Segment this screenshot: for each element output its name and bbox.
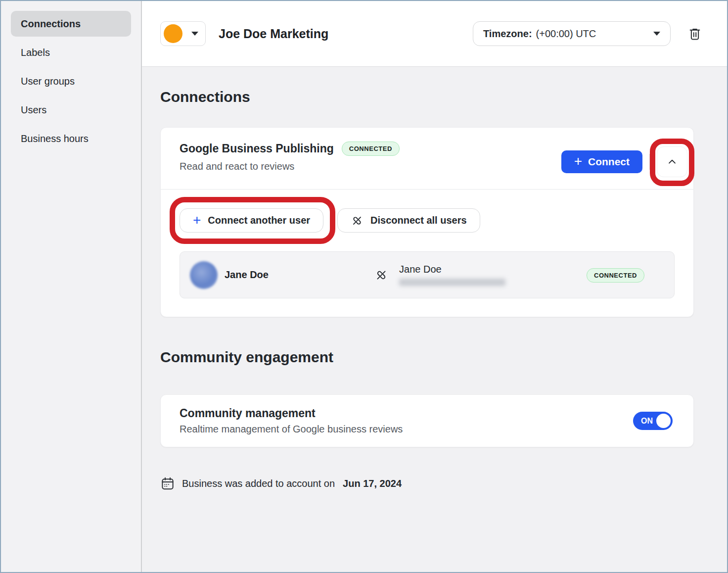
disconnect-all-users-button[interactable]: Disconnect all users <box>337 208 480 233</box>
timezone-value: (+00:00) UTC <box>536 28 596 40</box>
business-added-text: Business was added to account on <box>182 478 335 489</box>
caret-down-icon <box>191 32 198 36</box>
connect-another-user-label: Connect another user <box>208 215 310 226</box>
business-added-date: Jun 17, 2024 <box>343 478 402 489</box>
calendar-icon <box>160 476 175 491</box>
business-avatar <box>164 24 182 43</box>
connection-card-body: + Connect another user <box>161 189 693 317</box>
status-badge: CONNECTED <box>342 142 400 156</box>
chevron-up-icon <box>666 155 679 168</box>
connect-another-user-button[interactable]: + Connect another user <box>180 208 323 233</box>
broken-link-icon <box>351 214 364 227</box>
content-area: Connections Google Business Publishing C… <box>142 67 727 572</box>
user-name: Jane Doe <box>225 269 269 281</box>
caret-down-icon <box>653 32 660 36</box>
delete-business-button[interactable] <box>687 26 702 41</box>
connect-button-label: Connect <box>588 156 630 168</box>
sidebar-item-users[interactable]: Users <box>11 97 131 123</box>
collapse-card-button[interactable] <box>657 146 687 177</box>
community-card-title: Community management <box>180 407 403 420</box>
broken-link-icon[interactable] <box>374 268 388 282</box>
sidebar-item-label: User groups <box>21 76 75 87</box>
main-panel: Joe Doe Marketing Timezone: (+00:00) UTC… <box>142 1 727 572</box>
community-management-card: Community management Realtime management… <box>160 394 694 447</box>
timezone-select[interactable]: Timezone: (+00:00) UTC <box>473 21 671 46</box>
sidebar-item-user-groups[interactable]: User groups <box>11 68 131 94</box>
disconnect-all-users-label: Disconnect all users <box>370 215 467 226</box>
sidebar-item-label: Business hours <box>21 133 89 144</box>
sidebar-item-label: Labels <box>21 47 50 58</box>
connect-button[interactable]: + Connect <box>561 150 642 173</box>
status-badge: CONNECTED <box>587 268 644 283</box>
community-engagement-heading: Community engagement <box>160 349 694 366</box>
page-title: Joe Doe Marketing <box>219 27 328 41</box>
connection-card-header: Google Business Publishing CONNECTED Rea… <box>161 128 693 189</box>
connected-user-row: Jane Doe Jane Doe <box>180 251 675 298</box>
sidebar-item-label: Connections <box>21 18 81 30</box>
business-header: Joe Doe Marketing Timezone: (+00:00) UTC <box>142 1 727 67</box>
sidebar-item-label: Users <box>21 104 46 116</box>
account-name: Jane Doe <box>399 264 505 275</box>
toggle-state-label: ON <box>641 417 653 426</box>
user-actions-row: + Connect another user <box>180 208 675 233</box>
divider <box>649 154 650 170</box>
business-added-note: Business was added to account on Jun 17,… <box>160 476 694 491</box>
community-card-subtitle: Realtime management of Google business r… <box>180 424 403 435</box>
settings-sidebar: Connections Labels User groups Users Bus… <box>1 1 142 572</box>
community-management-toggle[interactable]: ON <box>633 412 673 430</box>
connection-subtitle: Read and react to reviews <box>180 161 561 172</box>
sidebar-item-connections[interactable]: Connections <box>11 11 131 37</box>
redacted-account-id <box>399 279 505 286</box>
app-window: Connections Labels User groups Users Bus… <box>0 0 728 573</box>
connections-heading: Connections <box>160 89 694 105</box>
connection-actions: + Connect <box>561 146 687 177</box>
toggle-knob <box>656 414 671 428</box>
timezone-label: Timezone: <box>483 28 532 40</box>
connection-title: Google Business Publishing <box>180 142 334 155</box>
trash-icon <box>687 26 702 41</box>
google-business-publishing-card: Google Business Publishing CONNECTED Rea… <box>160 127 694 317</box>
business-avatar-select[interactable] <box>160 21 206 46</box>
sidebar-item-labels[interactable]: Labels <box>11 40 131 65</box>
user-avatar <box>190 261 218 289</box>
sidebar-item-business-hours[interactable]: Business hours <box>11 126 131 151</box>
